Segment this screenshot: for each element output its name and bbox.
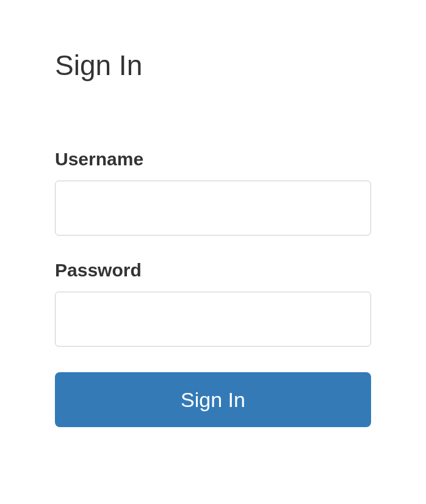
password-label: Password bbox=[55, 260, 371, 281]
username-group: Username bbox=[55, 149, 371, 236]
page-title: Sign In bbox=[55, 49, 371, 82]
password-group: Password bbox=[55, 260, 371, 347]
signin-form: Username Password Sign In bbox=[55, 149, 371, 427]
password-input[interactable] bbox=[55, 292, 371, 347]
username-label: Username bbox=[55, 149, 371, 170]
signin-button[interactable]: Sign In bbox=[55, 372, 371, 427]
username-input[interactable] bbox=[55, 181, 371, 236]
